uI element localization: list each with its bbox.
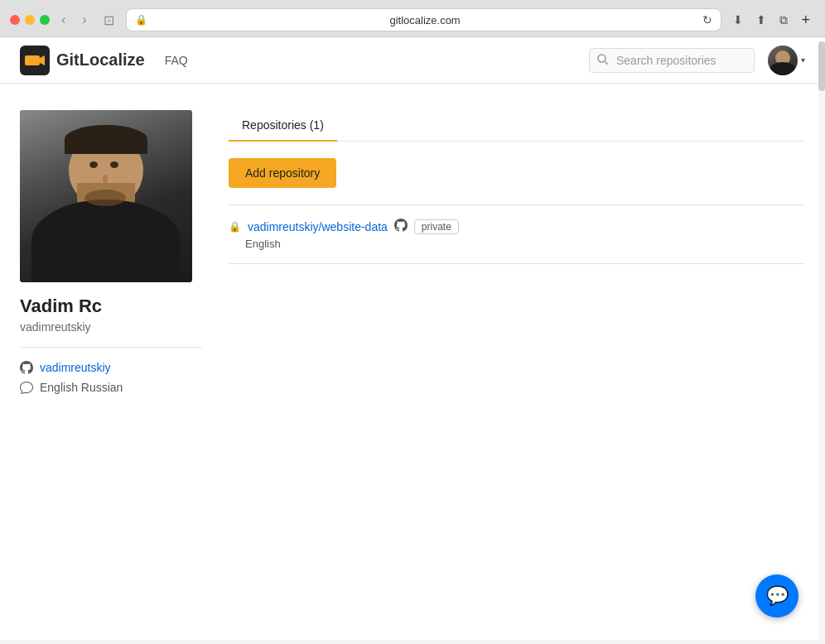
tab-repositories[interactable]: Repositories (1) [229,110,337,142]
close-window-button[interactable] [10,15,20,25]
repo-lock-icon: 🔒 [229,221,241,233]
table-row: 🔒 vadimreutskiy/website-data private Eng… [229,205,805,264]
github-profile-link[interactable]: vadimreutskiy [20,361,202,374]
scrollbar-thumb[interactable] [818,41,825,91]
minimize-window-button[interactable] [25,15,35,25]
search-icon [597,54,608,67]
brand-logo-svg [23,50,46,70]
languages-item: English Russian [20,381,202,394]
brand-icon [20,46,50,75]
repo-title-row: 🔒 vadimreutskiy/website-data private [229,219,805,234]
sidebar-toggle-button[interactable]: ⊡ [99,11,119,30]
browser-traffic-lights [10,15,50,25]
browser-titlebar: ‹ › ⊡ 🔒 gitlocalize.com ↻ ⬇ ⬆ ⧉ + [0,0,825,36]
repo-list: 🔒 vadimreutskiy/website-data private Eng… [229,204,805,264]
profile-name: Vadim Rc [20,296,202,317]
faq-link[interactable]: FAQ [165,54,188,67]
brand-name: GitLocalize [56,50,145,70]
navbar: GitLocalize FAQ [0,37,825,84]
share-button[interactable]: ⬆ [751,10,771,31]
search-wrap [589,48,755,73]
scrollbar-track[interactable] [818,41,825,640]
ssl-lock-icon: 🔒 [135,14,147,26]
floating-action-button[interactable]: 💬 [755,574,798,618]
download-button[interactable]: ⬇ [728,10,748,31]
main-content: Repositories (1) Add repository 🔒 vadimr… [229,110,805,394]
profile-divider [20,347,202,348]
tabs-button[interactable]: ⧉ [774,10,793,31]
profile-links: vadimreutskiy English Russian [20,361,202,394]
app-container: GitLocalize FAQ [0,37,825,640]
repo-language: English [245,238,805,250]
repo-name-link[interactable]: vadimreutskiy/website-data [248,220,388,233]
browser-chrome: ‹ › ⊡ 🔒 gitlocalize.com ↻ ⬇ ⬆ ⧉ + [0,0,825,37]
svg-rect-0 [25,55,40,65]
main-layout: Vadim Rc vadimreutskiy vadimreutskiy [0,84,825,421]
profile-photo-inner [20,110,192,282]
chat-icon [20,381,33,394]
search-input[interactable] [589,48,755,73]
github-icon [20,361,33,374]
forward-button[interactable]: › [77,11,91,29]
repo-github-icon [394,219,408,234]
add-repository-button[interactable]: Add repository [229,158,336,188]
avatar [768,46,798,75]
browser-actions: ⬇ ⬆ ⧉ + [728,10,815,31]
url-text: gitlocalize.com [152,14,698,26]
profile-photo [20,110,192,282]
profile-username: vadimreutskiy [20,320,202,334]
sidebar: Vadim Rc vadimreutskiy vadimreutskiy [20,110,202,394]
languages-text: English Russian [40,381,123,394]
back-button[interactable]: ‹ [56,11,70,29]
repo-private-badge: private [414,219,459,234]
user-menu[interactable]: ▾ [768,46,805,75]
dropdown-arrow-icon: ▾ [801,55,805,65]
address-bar[interactable]: 🔒 gitlocalize.com ↻ [126,8,722,31]
svg-line-3 [605,61,608,65]
reload-button[interactable]: ↻ [702,13,712,26]
maximize-window-button[interactable] [40,15,50,25]
floating-btn-icon: 💬 [766,585,789,607]
tabs-bar: Repositories (1) [229,110,805,142]
brand-link[interactable]: GitLocalize [20,46,145,75]
github-link-text: vadimreutskiy [40,361,111,374]
new-tab-button[interactable]: + [796,10,815,31]
